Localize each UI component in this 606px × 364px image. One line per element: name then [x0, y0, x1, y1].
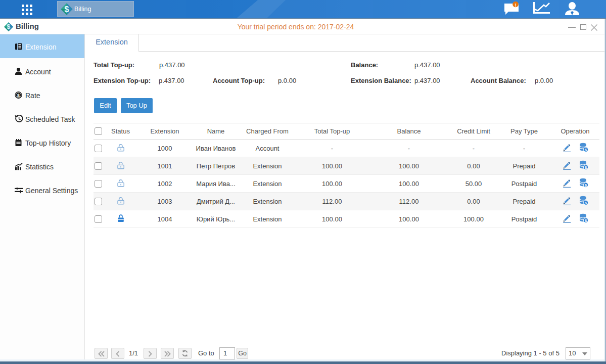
svg-text:!: ! — [515, 3, 517, 8]
svg-text:$: $ — [17, 92, 20, 98]
